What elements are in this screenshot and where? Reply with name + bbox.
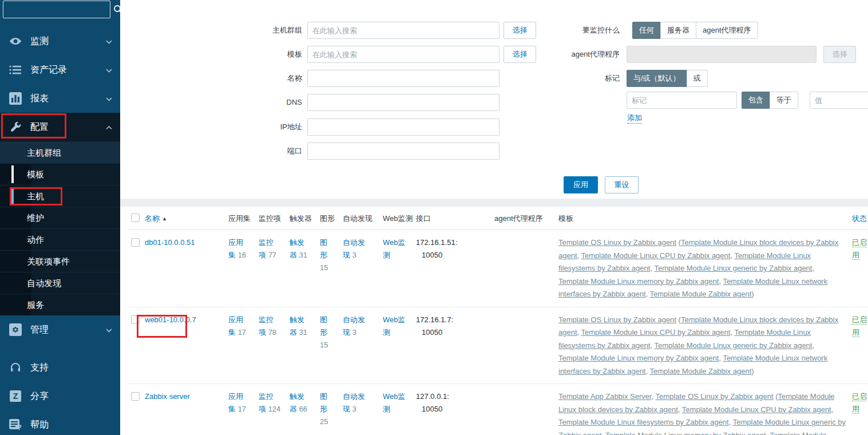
template-separator: , (831, 405, 834, 414)
template-link[interactable]: Template Module Zabbix agent (649, 290, 751, 298)
sidebar-item-support[interactable]: 支持 (0, 353, 120, 382)
template-input[interactable] (307, 46, 500, 63)
sidebar: 监测 资产记录 报表 (0, 0, 120, 435)
template-link[interactable]: Template Module Linux CPU by Zabbix agen… (581, 328, 731, 337)
template-separator: , (729, 418, 733, 426)
monitored-by-label: 要监控什么 (505, 22, 620, 39)
status-link[interactable]: 已启用 (852, 315, 867, 337)
template-link[interactable]: Template Module Linux memory by Zabbix a… (558, 354, 719, 362)
chevron-down-icon (106, 65, 112, 75)
monitored-by-proxy-option[interactable]: agent代理程序 (696, 22, 758, 39)
port-input[interactable] (307, 143, 500, 160)
sidebar-item-share[interactable]: Z 分享 (0, 382, 120, 410)
apply-button[interactable]: 应用 (564, 176, 598, 193)
template-link[interactable]: Template App Zabbix Server (558, 392, 652, 401)
tags-and-or-option[interactable]: 与/或（默认） (627, 70, 687, 87)
count-value: 3 (352, 405, 356, 413)
interface-cell: 172.16.1.7:10050 (413, 307, 492, 384)
host-group-input[interactable] (307, 22, 500, 39)
host-group-label: 主机群组 (188, 22, 302, 39)
template-separator: , (812, 264, 814, 272)
sidebar-item-label: 报表 (30, 93, 49, 105)
sidebar-item-discovery[interactable]: 自动发现 (0, 272, 120, 294)
host-name-link[interactable]: Zabbix server (145, 392, 190, 401)
tag-contains-option[interactable]: 包含 (742, 92, 770, 109)
monitored-by-any-option[interactable]: 任何 (632, 22, 661, 39)
template-link[interactable]: Template Module Linux memory by Zabbix a… (605, 431, 766, 435)
chevron-down-icon (106, 325, 112, 335)
sidebar-item-administration[interactable]: 管理 (0, 315, 120, 344)
count-value: 17 (238, 405, 246, 413)
status-link[interactable]: 已启用 (852, 238, 867, 260)
search-input[interactable] (3, 5, 113, 14)
count-value: 3 (352, 251, 356, 259)
template-label: 模板 (188, 46, 302, 63)
status-link[interactable]: 已启用 (852, 392, 867, 414)
host-name-link[interactable]: web01-10.0.0.7 (145, 315, 196, 324)
template-link[interactable]: Template Module Linux memory by Zabbix a… (558, 277, 719, 286)
tag-value-input[interactable] (810, 92, 868, 109)
sidebar-item-configuration[interactable]: 配置 (0, 113, 120, 141)
tags-or-option[interactable]: 或 (687, 70, 708, 87)
reset-button[interactable]: 重设 (605, 176, 639, 193)
sidebar-item-reports[interactable]: 报表 (0, 84, 120, 113)
web-link[interactable]: Web监测 (383, 238, 406, 259)
row-checkbox[interactable] (131, 238, 140, 247)
add-tag-link[interactable]: 添加 (627, 113, 642, 124)
row-checkbox[interactable] (131, 392, 140, 401)
template-separator: , (577, 328, 581, 337)
ip-input[interactable] (307, 118, 500, 136)
sidebar-item-hosts[interactable]: 主机 (0, 185, 120, 207)
graphs-link[interactable]: 图形 (320, 392, 327, 413)
sidebar-item-monitoring[interactable]: 监测 (0, 27, 120, 56)
template-link[interactable]: Template Module Linux CPU by Zabbix agen… (581, 251, 731, 260)
select-all-checkbox[interactable] (131, 213, 140, 222)
web-link[interactable]: Web监测 (383, 315, 406, 337)
sidebar-item-label: 资产记录 (30, 64, 67, 76)
template-link[interactable]: Template Module Linux CPU by Zabbix agen… (682, 405, 831, 414)
graphs-link[interactable]: 图形 (320, 315, 327, 337)
sidebar-item-event-correlation[interactable]: 关联项事件 (0, 250, 120, 272)
list-icon (8, 62, 23, 77)
gear-icon (8, 322, 23, 337)
templates-header: 模板 (556, 207, 849, 230)
name-input[interactable] (307, 70, 500, 87)
sidebar-search[interactable] (3, 1, 110, 18)
template-link[interactable]: Template Module Linux filesystems by Zab… (558, 418, 729, 426)
sort-by-status-link[interactable]: 状态 (852, 214, 867, 223)
tag-equals-option[interactable]: 等于 (770, 92, 798, 109)
template-separator: ( (774, 392, 778, 401)
chevron-down-icon (106, 36, 112, 46)
monitored-by-server-option[interactable]: 服务器 (660, 22, 696, 39)
template-link[interactable]: Template Module Linux generic by Zabbix … (654, 341, 812, 350)
template-link[interactable]: Template OS Linux by Zabbix agent (558, 315, 676, 324)
configuration-section: 配置 主机群组 模板 主机 维护 动作 关联项事件 自动发现 服务 (0, 113, 120, 315)
host-name-link[interactable]: db01-10.0.0.51 (145, 238, 195, 247)
sidebar-item-templates[interactable]: 模板 (0, 163, 120, 185)
web-link[interactable]: Web监测 (383, 392, 406, 413)
sidebar-item-inventory[interactable]: 资产记录 (0, 56, 120, 84)
chevron-down-icon (106, 93, 112, 104)
template-link[interactable]: Template Module Zabbix agent (649, 367, 751, 375)
discovery-header: 自动发现 (340, 207, 380, 230)
proxy-cell (492, 307, 556, 384)
graphs-link[interactable]: 图形 (320, 238, 327, 259)
web-header: Web监测 (380, 207, 413, 230)
sidebar-item-host-groups[interactable]: 主机群组 (0, 141, 120, 163)
sort-by-name-link[interactable]: 名称 (145, 214, 160, 223)
items-header: 监控项 (256, 207, 287, 230)
template-link[interactable]: Template OS Linux by Zabbix agent (558, 238, 676, 247)
template-link[interactable]: Template OS Linux by Zabbix agent (656, 392, 774, 401)
dns-input[interactable] (307, 94, 500, 111)
tag-name-input[interactable] (627, 92, 737, 109)
sidebar-item-label: 管理 (30, 324, 49, 336)
row-checkbox[interactable] (131, 315, 140, 324)
template-link[interactable]: Template Module Linux generic by Zabbix … (654, 264, 812, 272)
main-content: 主机群组 选择 模板 选择 名称 DNS IP地址 端口 要监控什么 任何 服务… (120, 0, 868, 435)
sidebar-item-help[interactable]: ? 帮助 (0, 410, 120, 435)
sidebar-item-label: 帮助 (30, 419, 49, 431)
sidebar-item-services[interactable]: 服务 (0, 294, 120, 315)
dns-label: DNS (188, 94, 302, 111)
sidebar-item-maintenance[interactable]: 维护 (0, 207, 120, 228)
sidebar-item-actions[interactable]: 动作 (0, 228, 120, 250)
